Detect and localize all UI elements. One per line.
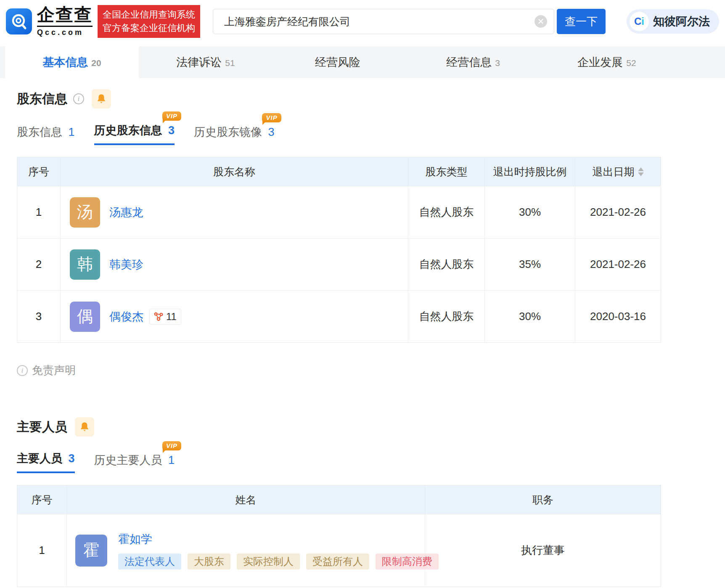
exit-date: 2021-02-26 (575, 238, 661, 290)
bell-icon (96, 93, 107, 104)
shareholder-link[interactable]: 偶俊杰 (109, 309, 143, 324)
col-header-position: 职务 (425, 485, 661, 514)
vip-badge: VIP (162, 441, 181, 450)
tab-operation-risk-label: 经营风险 (315, 55, 360, 70)
zhibi-logo-c: C (634, 16, 641, 27)
table-row: 2 韩 韩美珍 自然人股东 35% 2021-02-26 (17, 238, 661, 290)
subtab-history-personnel-count: 1 (168, 454, 175, 466)
personnel-subtabs: 主要人员 3 历史主要人员 1 VIP (17, 451, 708, 473)
avatar: 汤 (70, 197, 100, 228)
personnel-table: 序号 姓名 职务 1 霍 霍如学 法定代表人 大股东 实际控制人 受益所有人 限… (17, 485, 661, 587)
shareholders-title: 股东信息 (17, 90, 67, 108)
subtab-key-personnel-label: 主要人员 (17, 452, 62, 465)
person-tags: 法定代表人 大股东 实际控制人 受益所有人 限制高消费 (118, 554, 445, 569)
col-header-exit-date: 退出日期 (575, 157, 661, 186)
info-icon: i (17, 365, 28, 376)
personnel-table-header: 序号 姓名 职务 (17, 485, 661, 514)
subtab-history-shareholder-mirror[interactable]: 历史股东镜像 3 VIP (194, 124, 275, 145)
subtab-history-personnel[interactable]: 历史主要人员 1 VIP (94, 453, 175, 473)
subtab-history-shareholder-count: 3 (168, 124, 175, 137)
subscribe-bell-button[interactable] (75, 417, 94, 437)
person-info: 霍如学 法定代表人 大股东 实际控制人 受益所有人 限制高消费 (118, 532, 445, 569)
gov-badge-line2: 官方备案企业征信机构 (103, 21, 195, 35)
tab-operation-info-label: 经营信息 (446, 55, 492, 70)
person-link[interactable]: 霍如学 (118, 533, 152, 546)
person-position: 执行董事 (425, 514, 661, 586)
tag-actual-controller[interactable]: 实际控制人 (237, 554, 300, 569)
subtab-shareholder-info[interactable]: 股东信息 1 (17, 124, 75, 145)
subtab-history-shareholder-label: 历史股东信息 (94, 124, 162, 137)
col-header-exit-ratio: 退出时持股比例 (485, 157, 575, 186)
bell-icon (79, 421, 90, 432)
table-row: 1 霍 霍如学 法定代表人 大股东 实际控制人 受益所有人 限制高消费 执行董事 (17, 514, 661, 586)
subtab-key-personnel-count: 3 (69, 452, 75, 465)
tab-operation-info[interactable]: 经营信息 3 (406, 46, 540, 78)
tab-basic-info[interactable]: 基本信息 20 (5, 46, 139, 78)
row-no: 1 (17, 514, 67, 586)
subtab-history-shareholder-info[interactable]: 历史股东信息 3 VIP (94, 123, 175, 145)
qcc-logo-text: 企查查 Qcc.com (37, 6, 93, 37)
vip-badge: VIP (262, 113, 281, 122)
col-header-shareholder-name: 股东名称 (61, 157, 408, 186)
col-header-shareholder-type: 股东类型 (408, 157, 485, 186)
row-no: 2 (17, 238, 61, 290)
col-header-no: 序号 (17, 157, 61, 186)
tab-company-development[interactable]: 企业发展 52 (540, 46, 674, 78)
tab-operation-risk[interactable]: 经营风险 (273, 46, 406, 78)
zhibi-alpha-entry[interactable]: Ci 知彼阿尔法 (627, 9, 719, 34)
zhibi-alpha-label: 知彼阿尔法 (653, 14, 710, 29)
shareholder-link[interactable]: 韩美珍 (109, 257, 143, 272)
tab-bar-filler (674, 46, 725, 78)
relationship-graph-icon (154, 312, 163, 321)
row-no: 1 (17, 186, 61, 238)
tab-legal-litigation-label: 法律诉讼 (176, 55, 222, 70)
disclaimer-label: 免责声明 (32, 363, 76, 378)
brand-name: 企查查 (37, 6, 93, 27)
personnel-title: 主要人员 (17, 418, 67, 436)
vip-badge: VIP (162, 111, 181, 121)
subtab-shareholder-info-label: 股东信息 (17, 126, 62, 138)
shareholder-name-cell: 偶 偶俊杰 11 (61, 291, 408, 342)
tag-beneficial-owner[interactable]: 受益所有人 (306, 554, 369, 569)
exit-ratio: 30% (485, 186, 575, 238)
search-button[interactable]: 查一下 (557, 9, 606, 34)
col-header-exit-date-label: 退出日期 (593, 165, 635, 179)
sort-icon[interactable] (638, 164, 644, 179)
exit-date: 2020-03-16 (575, 291, 661, 342)
subtab-key-personnel[interactable]: 主要人员 3 (17, 451, 75, 473)
shareholders-table-header: 序号 股东名称 股东类型 退出时持股比例 退出日期 (17, 157, 661, 186)
shareholder-name-cell: 汤 汤惠龙 (61, 186, 408, 238)
tab-basic-info-label: 基本信息 (42, 55, 88, 70)
qcc-logo[interactable]: 企查查 Qcc.com (6, 6, 93, 37)
table-row: 3 偶 偶俊杰 11 自然人股东 30% 202 (17, 290, 661, 342)
shareholder-type: 自然人股东 (408, 186, 485, 238)
tag-legal-representative[interactable]: 法定代表人 (118, 554, 181, 569)
avatar: 偶 (70, 302, 100, 332)
tab-legal-litigation-count: 51 (225, 58, 235, 68)
table-row: 1 汤 汤惠龙 自然人股东 30% 2021-02-26 (17, 186, 661, 238)
subtab-shareholder-info-count: 1 (69, 126, 75, 138)
exit-ratio: 35% (485, 238, 575, 290)
search-input[interactable] (224, 16, 534, 28)
tag-major-shareholder[interactable]: 大股东 (188, 554, 230, 569)
page-content: 股东信息 i 股东信息 1 历史股东信息 3 VIP 历史股东镜像 3 VIP … (0, 89, 725, 587)
qcc-logo-icon (6, 8, 32, 34)
avatar: 韩 (70, 249, 100, 280)
search-area: ✕ 查一下 (213, 9, 606, 34)
search-box: ✕ (213, 9, 554, 34)
relationship-graph-button[interactable]: 11 (149, 309, 181, 325)
info-icon[interactable]: i (73, 93, 84, 104)
shareholder-link[interactable]: 汤惠龙 (109, 205, 143, 220)
avatar: 霍 (75, 535, 107, 567)
gov-certification-badge: 全国企业信用查询系统 官方备案企业征信机构 (98, 5, 200, 38)
main-tab-bar: 基本信息 20 法律诉讼 51 经营风险 经营信息 3 企业发展 52 (0, 46, 725, 78)
person-name-cell: 霍 霍如学 法定代表人 大股东 实际控制人 受益所有人 限制高消费 (67, 514, 425, 586)
shareholder-type: 自然人股东 (408, 291, 485, 342)
tab-legal-litigation[interactable]: 法律诉讼 51 (139, 46, 273, 78)
clear-search-icon[interactable]: ✕ (534, 15, 547, 28)
disclaimer-row[interactable]: i 免责声明 (17, 363, 708, 378)
tab-company-development-count: 52 (626, 58, 636, 68)
subscribe-bell-button[interactable] (92, 89, 111, 109)
top-bar: 企查查 Qcc.com 全国企业信用查询系统 官方备案企业征信机构 ✕ 查一下 … (0, 0, 725, 43)
zhibi-logo-i: i (641, 16, 644, 27)
